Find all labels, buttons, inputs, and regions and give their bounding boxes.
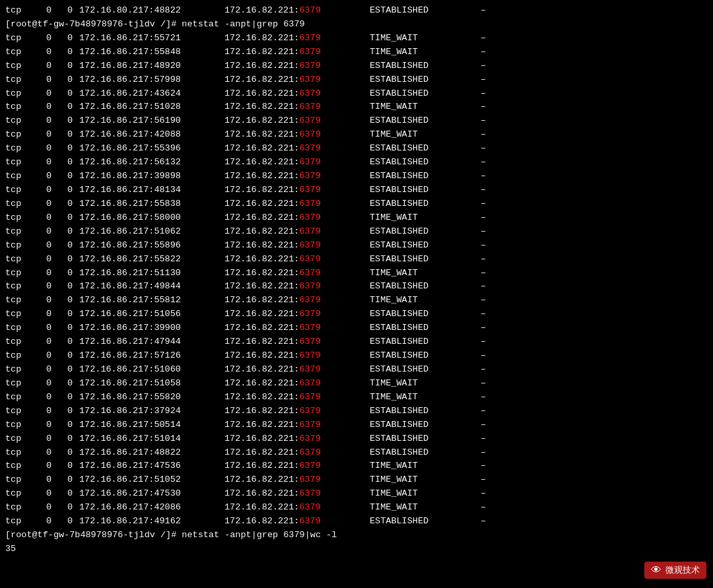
send-cell: 0: [58, 46, 79, 59]
state-cell: ESTABLISHED: [370, 280, 475, 294]
table-row: tcp00172.16.86.217:51052172.16.82.221:63…: [5, 473, 708, 487]
local-addr-cell: 172.16.86.217:49844: [79, 280, 224, 294]
send-cell: 0: [58, 377, 79, 391]
state-cell: ESTABLISHED: [370, 87, 475, 101]
port-highlight: 6379: [299, 447, 320, 457]
local-addr-cell: 172.16.86.217:48134: [79, 183, 224, 197]
local-addr-cell: 172.16.86.217:55721: [79, 32, 224, 46]
state-cell: ESTABLISHED: [370, 239, 475, 253]
proto-cell: tcp: [5, 183, 37, 197]
local-addr-cell: 172.16.86.217:57998: [79, 73, 224, 87]
proto-cell: tcp: [5, 308, 37, 321]
table-row: tcp00172.16.86.217:55721172.16.82.221:63…: [5, 32, 708, 46]
table-row: tcp00172.16.86.217:51062172.16.82.221:63…: [5, 225, 708, 239]
port-highlight: 6379: [299, 488, 320, 498]
proto-cell: tcp: [5, 59, 37, 73]
extra-cell: –: [475, 253, 486, 267]
table-row: tcp00172.16.86.217:47944172.16.82.221:63…: [5, 335, 708, 349]
extra-cell: –: [475, 405, 486, 418]
extra-cell: –: [475, 156, 486, 170]
port-highlight: 6379: [299, 102, 320, 112]
proto-cell: tcp: [5, 473, 37, 487]
foreign-addr-cell: 172.16.82.221:6379: [224, 156, 370, 170]
recv-cell: 0: [37, 32, 58, 46]
foreign-addr-cell: 172.16.82.221:6379: [224, 32, 370, 46]
proto-cell: tcp: [5, 225, 37, 239]
recv-cell: 0: [37, 73, 58, 87]
port-highlight: 6379: [299, 212, 320, 222]
table-row: tcp00172.16.86.217:57998172.16.82.221:63…: [5, 73, 708, 87]
extra-cell: –: [475, 114, 486, 128]
recv-cell: 0: [37, 46, 58, 59]
table-row: tcp00172.16.86.217:39900172.16.82.221:63…: [5, 321, 708, 335]
table-row: tcp00172.16.86.217:51014172.16.82.221:63…: [5, 432, 708, 446]
extra-cell: –: [475, 377, 486, 391]
local-addr-cell: 172.16.86.217:55838: [79, 197, 224, 211]
table-row: tcp00172.16.86.217:55838172.16.82.221:63…: [5, 197, 708, 211]
recv-cell: 0: [37, 197, 58, 211]
proto-cell: tcp: [5, 170, 37, 183]
port-highlight: 6379: [299, 254, 320, 264]
send-cell: 0: [58, 156, 79, 170]
recv-cell: 0: [37, 377, 58, 391]
send-cell: 0: [58, 501, 79, 515]
extra-cell: –: [475, 32, 486, 46]
extra-cell: –: [475, 294, 486, 308]
state-cell: ESTABLISHED: [370, 405, 475, 418]
send-cell: 0: [58, 487, 79, 501]
port-highlight: 6379: [299, 309, 320, 319]
extra-cell: –: [475, 432, 486, 446]
proto-cell: tcp: [5, 363, 37, 377]
state-cell: TIME_WAIT: [370, 267, 475, 280]
port-highlight: 6379: [299, 75, 320, 84]
recv-cell: 0: [37, 211, 58, 225]
partial-top-row: tcp 0 0 172.16.80.217:48822 172.16.82.22…: [5, 4, 708, 18]
extra-cell: –: [475, 73, 486, 87]
recv-cell: 0: [37, 170, 58, 183]
foreign-addr-cell: 172.16.82.221:6379: [224, 377, 370, 391]
port-highlight: 6379: [299, 474, 320, 484]
foreign-addr-cell: 172.16.82.221:6379: [224, 308, 370, 321]
foreign-addr-cell: 172.16.82.221:6379: [224, 487, 370, 501]
foreign-addr-cell: 172.16.82.221:6379: [224, 432, 370, 446]
send-cell: 0: [58, 459, 79, 473]
send-cell: 0: [58, 32, 79, 46]
port-highlight: 6379: [299, 434, 320, 443]
proto-cell: tcp: [5, 432, 37, 446]
proto-cell: tcp: [5, 197, 37, 211]
recv-cell: 0: [37, 418, 58, 432]
extra-cell: –: [475, 267, 486, 280]
local-addr-cell: 172.16.86.217:51014: [79, 432, 224, 446]
state-cell: TIME_WAIT: [370, 377, 475, 391]
foreign-addr-cell: 172.16.82.221:6379: [224, 418, 370, 432]
proto-cell: tcp: [5, 294, 37, 308]
send-cell: 0: [58, 335, 79, 349]
local-addr-cell: 172.16.86.217:55896: [79, 239, 224, 253]
state-cell: TIME_WAIT: [370, 487, 475, 501]
state-cell: ESTABLISHED: [370, 515, 475, 529]
extra-cell: –: [475, 128, 486, 142]
table-row: tcp00172.16.86.217:49844172.16.82.221:63…: [5, 280, 708, 294]
extra-cell: –: [475, 211, 486, 225]
proto-cell: tcp: [5, 73, 37, 87]
local-addr-cell: 172.16.86.217:39900: [79, 321, 224, 335]
state-cell: ESTABLISHED: [370, 156, 475, 170]
command-line-2: [root@tf-gw-7b48978976-tjldv /]# netstat…: [5, 529, 708, 542]
state-cell: TIME_WAIT: [370, 46, 475, 59]
proto-cell: tcp: [5, 501, 37, 515]
extra-cell: –: [475, 487, 486, 501]
port-highlight: 6379: [299, 281, 320, 291]
port-highlight: 6379: [299, 129, 320, 139]
port-highlight: 6379: [299, 502, 320, 512]
local-addr-cell: 172.16.86.217:57126: [79, 349, 224, 363]
proto-cell: tcp: [5, 321, 37, 335]
port-highlight: 6379: [299, 350, 320, 360]
send-cell: 0: [58, 170, 79, 183]
local-addr-cell: 172.16.86.217:47944: [79, 335, 224, 349]
extra-cell: –: [475, 446, 486, 460]
foreign-addr-cell: 172.16.82.221:6379: [224, 73, 370, 87]
send-cell: 0: [58, 418, 79, 432]
proto-cell: tcp: [5, 391, 37, 405]
foreign-addr-cell: 172.16.82.221:6379: [224, 501, 370, 515]
table-row: tcp00172.16.86.217:58000172.16.82.221:63…: [5, 211, 708, 225]
